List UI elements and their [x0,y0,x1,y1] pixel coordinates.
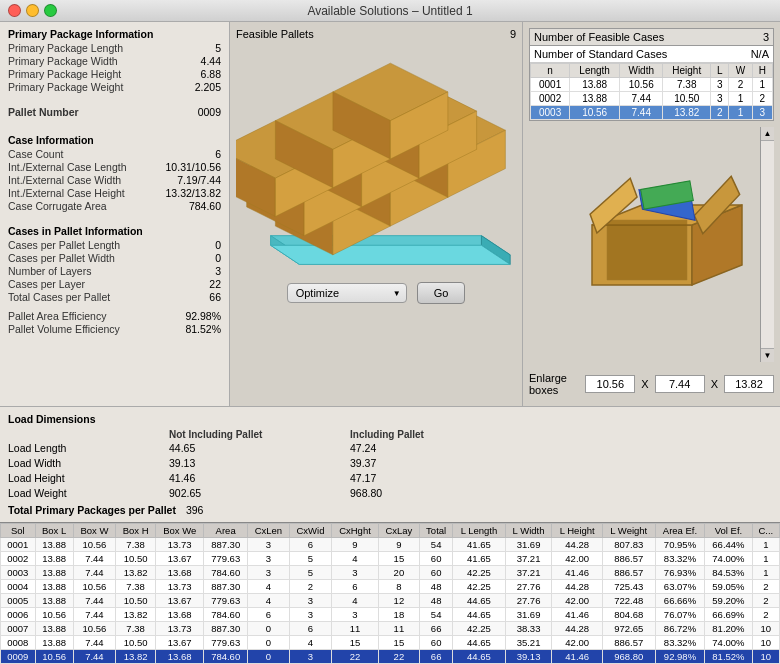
th-vol-ef: Vol Ef. [705,524,752,538]
feasible-cell-width: 7.44 [620,92,663,106]
data-cell-total: 48 [419,580,452,594]
data-cell-lh: 41.46 [552,608,602,622]
case-length-row: Int./External Case Length 10.31/10.56 [8,161,221,173]
data-cell-c: 2 [752,608,779,622]
area-efficiency-row: Pallet Area Efficiency 92.98% [8,310,221,322]
table-row[interactable]: 000313.887.4413.8213.68784.60353206042.2… [1,566,780,580]
data-cell-area: 784.60 [204,650,248,664]
th-cxwid: CxWid [289,524,331,538]
feasible-table: n Length Width Height L W H 000113.8810.… [530,63,773,120]
data-cell-area: 779.63 [204,552,248,566]
table-row[interactable]: 000413.8810.567.3813.73887.3042684842.25… [1,580,780,594]
data-cell-vef: 74.00% [705,636,752,650]
data-cell-total: 66 [419,650,452,664]
case-height-value: 13.32/13.82 [166,187,221,199]
feasible-table-row[interactable]: 000213.887.4410.50312 [531,92,773,106]
feasible-table-body: 000113.8810.567.38321000213.887.4410.503… [531,78,773,120]
data-cell-lw: 27.76 [505,594,552,608]
go-button[interactable]: Go [417,282,466,304]
feasible-cell-length: 13.88 [570,78,620,92]
data-cell-lw: 31.69 [505,608,552,622]
table-row[interactable]: 000513.887.4410.5013.67779.63434124844.6… [1,594,780,608]
table-row[interactable]: 000713.8810.567.3813.73887.300611116642.… [1,622,780,636]
cases-pallet-length-label: Cases per Pallet Length [8,239,120,251]
feasible-cell-w: 2 [729,78,752,92]
case-length-label: Int./External Case Length [8,161,127,173]
data-cell-cxlen: 4 [247,580,289,594]
data-cell-total: 54 [419,608,452,622]
table-row[interactable]: 000813.887.4410.5013.67779.630415156044.… [1,636,780,650]
data-cell-lwe: 807.83 [602,538,655,552]
num-layers-label: Number of Layers [8,265,91,277]
data-cell-cxwid: 3 [289,608,331,622]
svg-marker-3 [271,245,511,264]
data-cell-cxlay: 20 [378,566,419,580]
maximize-button[interactable] [44,4,57,17]
optimize-select[interactable]: Optimize [287,283,407,303]
th-box-we: Box We [156,524,204,538]
data-cell-cxlen: 3 [247,566,289,580]
data-cell-cxhght: 4 [332,552,379,566]
feasible-table-row[interactable]: 000310.567.4413.82213 [531,106,773,120]
data-cell-bh: 10.50 [116,594,156,608]
table-row[interactable]: 000610.567.4413.8213.68784.60633185444.6… [1,608,780,622]
data-cell-bwe: 13.67 [156,594,204,608]
data-cell-total: 60 [419,552,452,566]
data-cell-area: 887.30 [204,580,248,594]
data-cell-cxlen: 4 [247,594,289,608]
table-row[interactable]: 000213.887.4410.5013.67779.63354156041.6… [1,552,780,566]
data-cell-bw: 7.44 [73,650,115,664]
load-col-label [8,429,168,440]
case-count-label: Case Count [8,148,63,160]
middle-panel: Feasible Pallets 9 [230,22,522,406]
enlarge-x-input[interactable] [585,375,635,393]
scroll-bar[interactable]: ▲ ▼ [760,127,774,362]
data-cell-ll: 42.25 [453,622,505,636]
data-cell-cxhght: 3 [332,566,379,580]
pallet-number-label: Pallet Number [8,106,79,118]
scroll-track [761,141,774,348]
feasible-cell-h: 1 [752,78,772,92]
minimize-button[interactable] [26,4,39,17]
feasible-cases-header: Number of Feasible Cases 3 [530,29,773,46]
optimize-select-wrapper[interactable]: Optimize ▼ [287,283,407,303]
data-cell-bl: 13.88 [35,594,73,608]
load-height-label: Load Height [8,471,168,485]
scroll-down-arrow[interactable]: ▼ [761,348,774,362]
load-weight-no-pallet: 902.65 [169,486,349,500]
data-cell-lw: 35.21 [505,636,552,650]
data-cell-lwe: 968.80 [602,650,655,664]
feasible-cell-width: 7.44 [620,106,663,120]
data-cell-bw: 7.44 [73,566,115,580]
th-sol: Sol [1,524,36,538]
cases-per-layer-label: Cases per Layer [8,278,85,290]
data-cell-cxlen: 6 [247,608,289,622]
feasible-table-row[interactable]: 000113.8810.567.38321 [531,78,773,92]
scroll-up-arrow[interactable]: ▲ [761,127,774,141]
data-cell-c: 1 [752,566,779,580]
load-col-with-pallet: Including Pallet [350,429,510,440]
standard-cases-count: N/A [751,48,769,60]
case-length-value: 10.31/10.56 [166,161,221,173]
data-cell-lw: 27.76 [505,580,552,594]
data-cell-area: 887.30 [204,622,248,636]
close-button[interactable] [8,4,21,17]
data-cell-lh: 44.28 [552,538,602,552]
pkg-length-value: 5 [215,42,221,54]
enlarge-y-input[interactable] [655,375,705,393]
data-cell-cxwid: 2 [289,580,331,594]
title-bar: Available Solutions – Untitled 1 [0,0,780,22]
data-cell-bl: 13.88 [35,552,73,566]
data-cell-sol: 0003 [1,566,36,580]
feasible-cases-label: Number of Feasible Cases [534,31,664,43]
pkg-width-label: Primary Package Width [8,55,118,67]
data-cell-bw: 7.44 [73,552,115,566]
window-controls[interactable] [8,4,57,17]
load-height-no-pallet: 41.46 [169,471,349,485]
data-table-section: Sol Box L Box W Box H Box We Area CxLen … [0,522,780,664]
enlarge-z-input[interactable] [724,375,774,393]
cases-pallet-width-value: 0 [215,252,221,264]
table-row[interactable]: 000113.8810.567.3813.73887.3036995441.65… [1,538,780,552]
data-cell-lh: 41.46 [552,650,602,664]
table-row[interactable]: 000910.567.4413.8213.68784.600322226644.… [1,650,780,664]
